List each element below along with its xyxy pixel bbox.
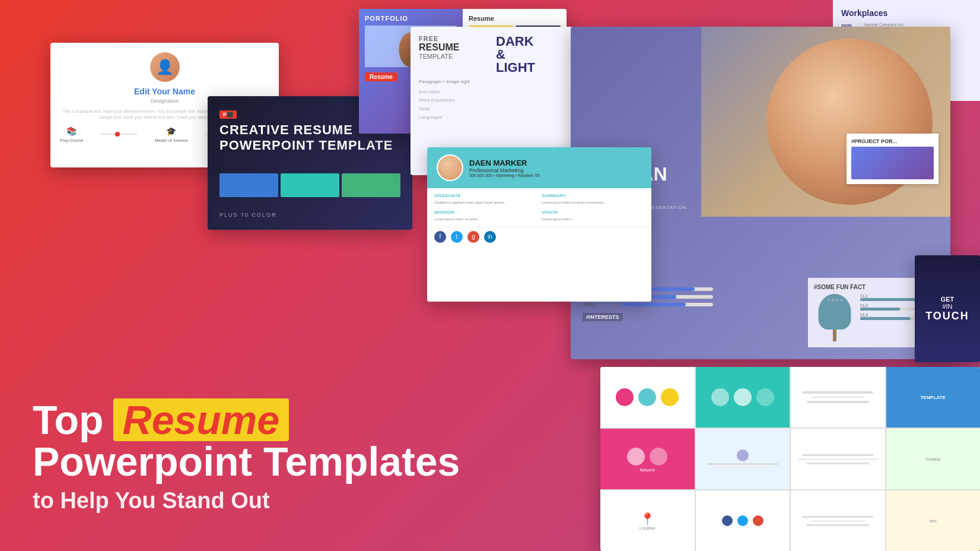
card3-resume-badge: Resume <box>365 72 397 81</box>
card6-name: DAEN MARKER <box>469 159 540 167</box>
headline-top-word: Top <box>33 400 104 440</box>
card-get-in-touch[interactable]: GET #IN TOUCH <box>915 255 980 362</box>
card4-paragraph: Paragraph + image right <box>419 79 568 84</box>
grid-cell-2 <box>696 367 790 428</box>
workplace-name-1: Sample Company Inc. <box>864 23 972 27</box>
tree-top <box>819 294 851 330</box>
timeline-icon-1: 📚 <box>60 126 83 136</box>
workplaces-title: Workplaces <box>841 8 972 18</box>
timeline-line-1 <box>101 134 136 135</box>
card6-graduate-title: GRADUATE <box>434 193 537 198</box>
card6-vision-text: Lorem ipsum dolor... <box>542 217 644 221</box>
card3-right-title: Resume <box>469 15 561 22</box>
slides-grid: TEMPLATE Network <box>600 367 980 551</box>
headline-line3: to Help You Stand Out <box>33 486 460 515</box>
card6-icon-linkedin: in <box>484 231 496 243</box>
grid-cell-6 <box>696 429 790 489</box>
card5-tree <box>814 294 855 341</box>
card6-avatar <box>437 154 463 181</box>
card5-face <box>701 27 950 217</box>
card6-vision-title: Vision <box>542 210 644 215</box>
grid-cell-8: Content <box>886 429 981 489</box>
grid-cell-4: TEMPLATE <box>886 367 981 428</box>
card4-dark-light: DARK&LIGHT <box>496 35 568 74</box>
grid-cell-1 <box>600 367 695 428</box>
card2-slide-2 <box>281 173 339 197</box>
grid-cell-5: Network <box>600 429 695 489</box>
get-text: GET <box>925 296 969 303</box>
card-daen-marker[interactable]: DAEN MARKER Professional Marketing 000 0… <box>427 147 651 302</box>
card6-contact: 000 000 000 • Marketing • Random 55 <box>469 173 540 178</box>
card5-project-title: #PROJECT POR... <box>851 138 934 144</box>
card6-summary-title: Summary <box>542 193 644 198</box>
card2-slide-1 <box>219 173 278 197</box>
card2-slide-3 <box>342 173 400 197</box>
grid-cell-3 <box>791 367 885 428</box>
card5-interests-title: #INTERESTS <box>583 313 623 321</box>
card4-sections: Education Work Experience Skills Languag… <box>419 88 568 122</box>
skill-row-3: Skill C <box>583 302 713 307</box>
card5-project: #PROJECT POR... <box>847 134 938 184</box>
card6-icon-google: g <box>467 231 479 243</box>
card1-avatar: 👤 <box>150 52 180 82</box>
card6-social-icons: f t g in <box>427 227 651 246</box>
grid-cell-10 <box>696 490 790 551</box>
tree-dots <box>819 294 851 306</box>
touch-text: TOUCH <box>925 310 969 322</box>
card6-body: GRADUATE Certified in applied brand year… <box>427 188 651 227</box>
card2-ppt-badge: P⬛ <box>219 110 237 119</box>
grid-cell-7 <box>791 429 885 489</box>
card6-graduate-text: Certified in applied brand years lorem i… <box>434 200 537 205</box>
card6-icon-twitter: t <box>451 231 463 243</box>
headline-line1: Top Resume <box>33 398 460 441</box>
card6-role: Professional Marketing <box>469 167 540 173</box>
card5-project-image <box>851 147 934 179</box>
card2-preview <box>219 173 400 197</box>
card6-summary-text: Lorem ipsum dolor sit amet consectetur..… <box>542 200 644 205</box>
card4-header: FREE RESUME TEMPLATE DARK&LIGHT <box>419 35 568 74</box>
card2-colors: PLUS 70 COLOR <box>219 212 277 218</box>
timeline-icon-2: 🎓 <box>155 126 188 136</box>
card-slides-grid[interactable]: TEMPLATE Network <box>600 367 980 551</box>
card4-resume-title: RESUME <box>419 42 491 53</box>
headline-resume-badge: Resume <box>113 398 289 441</box>
grid-cell-11 <box>791 490 885 551</box>
face-bg <box>701 27 950 217</box>
get-in-touch-text: GET #IN TOUCH <box>925 296 969 322</box>
grid-cell-12: Info <box>886 490 981 551</box>
card4-template: TEMPLATE <box>419 53 491 60</box>
card6-mission-title: Mission <box>434 210 537 215</box>
in-text: #IN <box>925 303 969 310</box>
main-headline: Top Resume Powerpoint Templates to Help … <box>33 398 460 515</box>
card1-name: Edit Your Name <box>60 87 269 96</box>
card3-portfolio-title: PORTFOLIO <box>365 15 457 22</box>
card6-mission-text: Lorem ipsum dolor sit amet... <box>434 217 537 221</box>
card4-free: FREE <box>419 35 491 42</box>
card6-icon-facebook: f <box>434 231 446 243</box>
grid-cell-9: 📍 Location <box>600 490 695 551</box>
timeline-label-2: Master of Science <box>155 138 188 142</box>
card6-header: DAEN MARKER Professional Marketing 000 0… <box>427 147 651 188</box>
timeline-label-1: Prep Course <box>60 138 83 142</box>
headline-line2: Powerpoint Templates <box>33 441 460 482</box>
